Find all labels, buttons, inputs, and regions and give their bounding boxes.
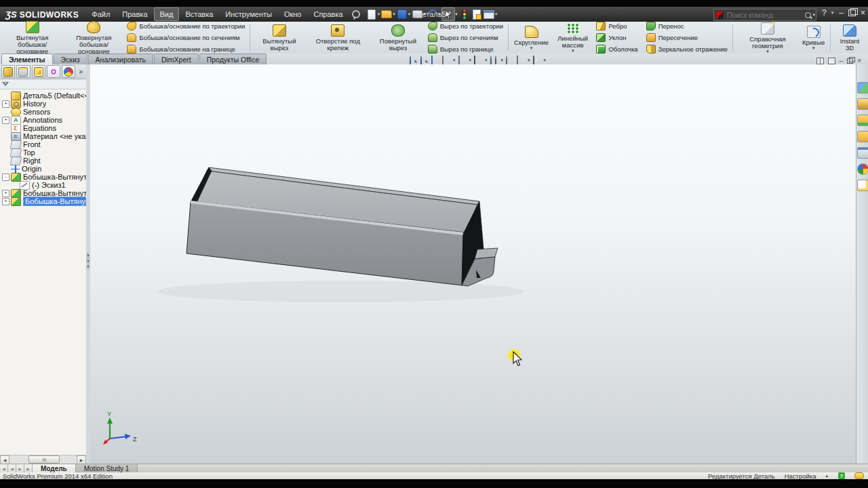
boundary-boss-button[interactable]: Бобышка/основание на границе	[125, 44, 247, 54]
design-library-icon[interactable]	[857, 98, 868, 110]
new-caret-icon[interactable]: ▾	[378, 12, 380, 17]
split-view-horizontal-icon[interactable]	[816, 58, 824, 64]
help-button[interactable]: ?	[822, 8, 827, 18]
draft-button[interactable]: Уклон	[594, 33, 639, 43]
search-icon[interactable]	[805, 12, 811, 18]
status-settings-button[interactable]: Настройка	[785, 472, 816, 480]
revolved-cut-button[interactable]: Повернутый вырез	[370, 23, 426, 53]
file-properties-button[interactable]	[471, 8, 483, 20]
menu-help[interactable]: Справка	[307, 7, 349, 21]
refgeo-caret-icon[interactable]: ▾	[766, 49, 769, 54]
tree-item-right-plane[interactable]: Right	[0, 157, 86, 165]
tab-dimxpert[interactable]: DimXpert	[154, 54, 199, 64]
help-caret-icon[interactable]: ▾	[831, 10, 834, 16]
scene-caret-icon[interactable]: ▾	[528, 58, 530, 63]
restore-button[interactable]	[848, 9, 856, 16]
open-documents-folder-icon[interactable]	[857, 131, 868, 142]
rib-button[interactable]: Ребро	[594, 21, 639, 31]
curves-caret-icon[interactable]: ▾	[812, 46, 815, 50]
panel-overflow-chevron-icon[interactable]: »	[77, 68, 85, 75]
tree-item-history[interactable]: + History	[0, 100, 86, 108]
linear-pattern-button[interactable]: Линейный массив ▾	[551, 22, 594, 54]
tree-item-origin[interactable]: Origin	[0, 165, 86, 173]
expand-toggle[interactable]: +	[2, 117, 9, 124]
menu-insert[interactable]: Вставка	[179, 7, 219, 21]
tab-evaluate[interactable]: Анализировать	[88, 54, 153, 64]
dimxpertmanager-tab[interactable]	[47, 65, 60, 78]
menu-tools[interactable]: Инструменты	[219, 7, 278, 21]
lofted-cut-button[interactable]: Вырез по сечениям	[426, 33, 505, 43]
menu-view[interactable]: Вид	[154, 7, 180, 21]
tree-item-annotations[interactable]: + Annotations	[0, 116, 86, 124]
close-button[interactable]: ×	[861, 8, 865, 18]
settings-caret-icon[interactable]: ▴	[825, 473, 828, 479]
search-input[interactable]	[726, 10, 805, 20]
boundary-cut-button[interactable]: Вырез по границе	[426, 44, 505, 54]
tree-item-material[interactable]: Материал <не указан>	[0, 132, 86, 140]
save-caret-icon[interactable]: ▾	[408, 12, 411, 17]
graphics-viewport[interactable]: Y Z	[90, 64, 856, 464]
swept-boss-button[interactable]: Бобышка/основание по траектории	[125, 21, 247, 31]
shell-button[interactable]: Оболочка	[594, 44, 639, 54]
view-palette-icon[interactable]	[857, 147, 868, 159]
extruded-cut-button[interactable]: Вытянутый вырез	[253, 23, 305, 53]
select-caret-icon[interactable]: ▾	[455, 12, 458, 17]
tab-features[interactable]: Элементы	[1, 54, 53, 64]
tree-item-boss-extrude3-selected[interactable]: + Бобышка-Вытянуть3	[0, 197, 86, 205]
configurationmanager-tab[interactable]	[32, 65, 45, 78]
display-style-caret-icon[interactable]: ▾	[485, 58, 488, 63]
hole-wizard-button[interactable]: Отверстие под крепеж	[305, 23, 370, 53]
tree-item-top-plane[interactable]: Top	[0, 148, 86, 157]
expand-toggle[interactable]: +	[2, 190, 9, 197]
split-view-vertical-icon[interactable]	[828, 58, 835, 64]
tab-office-products[interactable]: Продукты Office	[199, 54, 267, 64]
featuremanager-tab[interactable]	[1, 65, 15, 78]
search-caret-icon[interactable]: ▾	[812, 12, 815, 18]
quick-tips-help-icon[interactable]: ?	[838, 472, 845, 479]
tree-filter-bar[interactable]	[0, 79, 86, 89]
file-explorer-icon[interactable]	[857, 115, 868, 126]
part-model[interactable]	[158, 167, 524, 302]
scroll-left-icon[interactable]: ◀	[0, 455, 9, 464]
tree-item-boss-extrude1[interactable]: - Бобышка-Вытянуть1	[0, 173, 86, 181]
mirror-button[interactable]: Зеркальное отражение	[644, 44, 730, 54]
instant3d-button[interactable]: Instant 3D	[833, 23, 866, 53]
hide-show-caret-icon[interactable]: ▾	[501, 58, 504, 63]
tree-item-sensors[interactable]: Sensors	[0, 108, 86, 116]
panel-horizontal-scrollbar[interactable]: ◀ ▶	[0, 455, 86, 464]
open-caret-icon[interactable]: ▾	[393, 12, 395, 17]
pin-toolbar-icon[interactable]	[352, 10, 360, 18]
appearances-scenes-icon[interactable]	[857, 163, 868, 175]
tree-root-part[interactable]: Деталь5 (Default<<Default>_Ph	[0, 92, 86, 100]
collapse-toggle[interactable]: -	[2, 174, 9, 181]
solidworks-resources-icon[interactable]	[857, 82, 868, 94]
tab-sketch[interactable]: Эскиз	[54, 54, 87, 64]
scrollbar-thumb[interactable]	[28, 455, 60, 464]
swept-cut-button[interactable]: Вырез по траектории	[426, 21, 505, 31]
doc-close-button[interactable]: ×	[857, 57, 861, 64]
tree-item-equations[interactable]: Equations	[0, 124, 86, 132]
options-caret-icon[interactable]: ▾	[495, 12, 498, 17]
menu-window[interactable]: Окно	[278, 7, 308, 21]
doc-minimize-button[interactable]: –	[840, 57, 844, 64]
tree-item-front-plane[interactable]: Front	[0, 140, 86, 148]
options-button[interactable]	[483, 8, 495, 20]
rebuild-button[interactable]	[458, 8, 471, 20]
extruded-boss-button[interactable]: Вытянутая бобышка/основание	[2, 20, 62, 56]
lofted-boss-button[interactable]: Бобышка/основание по сечениям	[125, 33, 247, 43]
expand-toggle[interactable]: +	[2, 100, 9, 108]
intersect-button[interactable]: Пересечение	[644, 33, 730, 43]
curves-button[interactable]: Кривые ▾	[800, 24, 827, 52]
camera-caret-icon[interactable]: ▾	[544, 58, 547, 63]
propertymanager-tab[interactable]	[16, 65, 30, 78]
scroll-right-icon[interactable]: ▶	[77, 455, 86, 464]
fillet-caret-icon[interactable]: ▾	[530, 46, 533, 50]
wrap-button[interactable]: Перенос	[644, 21, 730, 31]
doc-restore-button[interactable]	[847, 58, 853, 64]
open-button[interactable]	[380, 8, 393, 20]
command-search[interactable]: ▾	[713, 9, 816, 21]
assistant-icon[interactable]	[854, 472, 864, 479]
pattern-caret-icon[interactable]: ▾	[572, 49, 574, 53]
displaymanager-tab[interactable]	[62, 65, 75, 78]
minimize-button[interactable]: –	[839, 8, 844, 18]
